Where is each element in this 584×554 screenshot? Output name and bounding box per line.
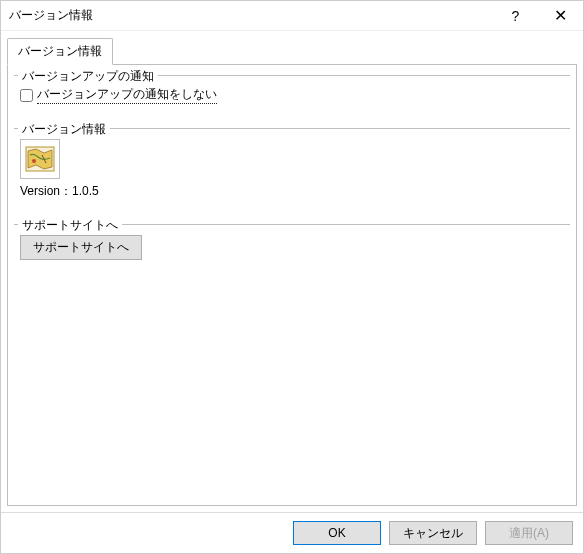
cancel-button[interactable]: キャンセル — [389, 521, 477, 545]
close-button[interactable]: ✕ — [538, 1, 583, 31]
titlebar: バージョン情報 ? ✕ — [1, 1, 583, 31]
checkbox-label-no-upgrade: バージョンアップの通知をしない — [37, 86, 217, 104]
group-title-upgrade: バージョンアップの通知 — [18, 68, 158, 85]
group-upgrade-notify: バージョンアップの通知 バージョンアップの通知をしない — [14, 75, 570, 110]
tab-panel: バージョンアップの通知 バージョンアップの通知をしない バージョン情報 — [7, 64, 577, 506]
support-site-button[interactable]: サポートサイトへ — [20, 235, 142, 260]
group-title-version: バージョン情報 — [18, 121, 110, 138]
help-button[interactable]: ? — [493, 1, 538, 31]
svg-point-1 — [32, 159, 36, 163]
checkbox-no-upgrade-notify[interactable]: バージョンアップの通知をしない — [20, 86, 564, 104]
version-text: Version：1.0.5 — [20, 183, 564, 200]
dialog-footer: OK キャンセル 適用(A) — [1, 512, 583, 553]
group-version-info: バージョン情報 Version：1.0.5 — [14, 128, 570, 206]
tab-version-info[interactable]: バージョン情報 — [7, 38, 113, 65]
app-icon — [20, 139, 60, 179]
apply-button: 適用(A) — [485, 521, 573, 545]
dialog-window: バージョン情報 ? ✕ バージョン情報 バージョンアップの通知 バージョンアップ… — [0, 0, 584, 554]
group-support-site: サポートサイトへ サポートサイトへ — [14, 224, 570, 266]
content-area: バージョン情報 バージョンアップの通知 バージョンアップの通知をしない バージョ… — [1, 31, 583, 512]
group-title-support: サポートサイトへ — [18, 217, 122, 234]
checkbox-input-no-upgrade[interactable] — [20, 89, 33, 102]
tab-strip: バージョン情報 — [7, 38, 577, 65]
map-icon — [24, 143, 56, 175]
window-title: バージョン情報 — [9, 7, 493, 24]
ok-button[interactable]: OK — [293, 521, 381, 545]
